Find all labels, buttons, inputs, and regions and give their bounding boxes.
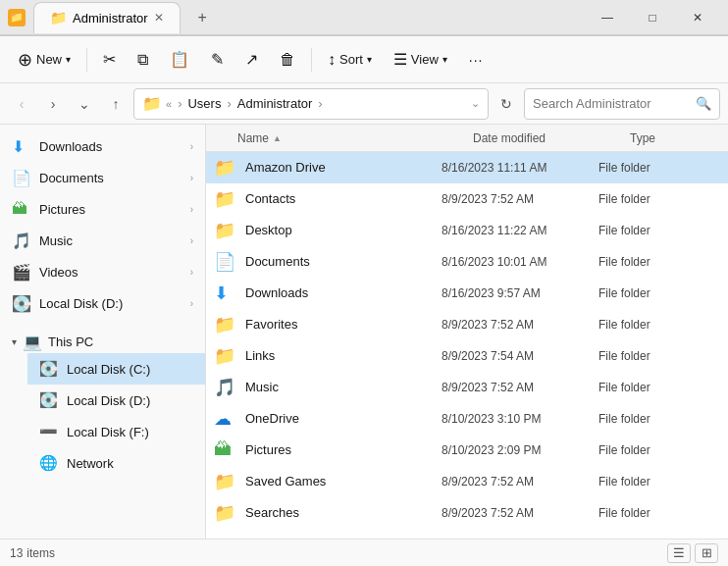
breadcrumb-sep-1: «: [166, 98, 172, 110]
cut-icon: ✂: [103, 50, 116, 69]
breadcrumb-users[interactable]: Users: [187, 96, 221, 111]
view-large-icons-button[interactable]: ⊞: [695, 543, 718, 563]
address-expand-icon[interactable]: ⌄: [471, 97, 480, 110]
status-bar: 13 items ☰ ⊞: [0, 539, 728, 566]
new-button[interactable]: ⊕ New ▾: [8, 44, 80, 76]
minimize-button[interactable]: —: [585, 0, 630, 35]
table-row[interactable]: 📄 Documents 8/16/2023 10:01 AM File fold…: [206, 246, 728, 278]
address-bar[interactable]: 📁 « › Users › Administrator › ⌄: [133, 88, 489, 120]
file-name: OneDrive: [245, 411, 442, 426]
table-row[interactable]: 🎵 Music 8/9/2023 7:52 AM File folder: [206, 372, 728, 403]
current-tab[interactable]: 📁 Administrator ✕: [33, 2, 181, 33]
file-name: Desktop: [245, 223, 442, 237]
table-row[interactable]: ⬇ Downloads 8/16/2023 9:57 AM File folde…: [206, 278, 728, 309]
search-input[interactable]: [533, 96, 692, 111]
rename-button[interactable]: ✎: [201, 45, 234, 74]
file-type: File folder: [598, 318, 697, 332]
sidebar-item-localdisk-c[interactable]: 💽 Local Disk (C:): [27, 353, 205, 385]
new-tab-button[interactable]: +: [188, 5, 217, 30]
back-button[interactable]: ‹: [8, 90, 35, 118]
table-row[interactable]: 📁 Links 8/9/2023 7:54 AM File folder: [206, 340, 728, 372]
sidebar: ⬇ Downloads › 📄 Documents › 🏔 Pictures ›…: [0, 125, 206, 539]
table-row[interactable]: 📁 Searches 8/9/2023 7:52 AM File folder: [206, 497, 728, 529]
col-date[interactable]: Date modified: [473, 131, 630, 145]
file-list: 📁 Amazon Drive 8/16/2023 11:11 AM File f…: [206, 152, 728, 539]
more-button[interactable]: ···: [459, 47, 494, 73]
new-dropdown-icon: ▾: [66, 54, 71, 65]
view-details-icon: ☰: [673, 545, 685, 560]
expand-path-button[interactable]: ⌄: [71, 90, 98, 118]
file-date: 8/9/2023 7:52 AM: [442, 475, 598, 489]
app-icon: 📁: [8, 9, 26, 26]
up-button[interactable]: ↑: [102, 90, 130, 118]
maximize-button[interactable]: □: [630, 0, 675, 35]
sidebar-item-localdisk-d[interactable]: 💽 Local Disk (D:): [27, 385, 205, 416]
videos-icon: 🎬: [12, 263, 31, 282]
share-button[interactable]: ↗: [235, 45, 268, 74]
close-button[interactable]: ✕: [675, 0, 720, 35]
file-name: Downloads: [245, 285, 442, 300]
sidebar-item-documents[interactable]: 📄 Documents ›: [0, 162, 205, 193]
file-date: 8/9/2023 7:54 AM: [442, 349, 598, 363]
view-details-button[interactable]: ☰: [667, 543, 691, 563]
file-type: File folder: [598, 224, 697, 237]
item-count: 13: [10, 546, 23, 560]
file-icon: 📁: [214, 471, 237, 492]
this-pc-icon: 💻: [23, 333, 42, 351]
col-type[interactable]: Type: [630, 131, 728, 145]
sidebar-item-videos[interactable]: 🎬 Videos ›: [0, 256, 205, 287]
rename-icon: ✎: [211, 50, 224, 69]
table-row[interactable]: 📁 Favorites 8/9/2023 7:52 AM File folder: [206, 309, 728, 340]
copy-button[interactable]: ⧉: [128, 46, 158, 74]
file-name: Links: [245, 348, 442, 363]
table-row[interactable]: ☁ OneDrive 8/10/2023 3:10 PM File folder: [206, 403, 728, 435]
sidebar-item-localdisk-f[interactable]: ➖ Local Disk (F:): [27, 416, 205, 447]
file-date: 8/16/2023 9:57 AM: [442, 286, 598, 300]
table-row[interactable]: 📁 Contacts 8/9/2023 7:52 AM File folder: [206, 183, 728, 215]
refresh-button[interactable]: ↻: [493, 90, 520, 118]
this-pc-section[interactable]: ▾ 💻 This PC: [0, 327, 205, 353]
sidebar-item-music[interactable]: 🎵 Music ›: [0, 225, 205, 256]
view-button[interactable]: ☰ View ▾: [384, 45, 457, 74]
file-date: 8/9/2023 7:52 AM: [442, 192, 598, 206]
breadcrumb-separator-1: ›: [178, 96, 182, 111]
localdisk-c-icon: 💽: [39, 360, 59, 378]
file-type: File folder: [598, 475, 697, 489]
file-icon: 📁: [214, 220, 237, 241]
downloads-icon: ⬇: [12, 137, 31, 156]
col-name[interactable]: Name ▲: [237, 131, 473, 145]
breadcrumb-administrator[interactable]: Administrator: [237, 96, 313, 111]
table-row[interactable]: 🏔 Pictures 8/10/2023 2:09 PM File folder: [206, 435, 728, 466]
view-icon: ☰: [393, 50, 407, 69]
file-icon: 📁: [214, 188, 237, 210]
file-type: File folder: [598, 349, 697, 363]
sidebar-item-network[interactable]: 🌐 Network: [27, 447, 205, 479]
this-pc-expand[interactable]: ▾: [12, 336, 17, 347]
file-name: Documents: [245, 254, 442, 269]
sidebar-item-pictures[interactable]: 🏔 Pictures ›: [0, 193, 205, 225]
file-icon: ⬇: [214, 283, 237, 304]
forward-button[interactable]: ›: [39, 90, 67, 118]
file-icon: 📁: [214, 157, 237, 179]
search-box[interactable]: 🔍: [524, 88, 720, 120]
table-row[interactable]: 📁 Saved Games 8/9/2023 7:52 AM File fold…: [206, 466, 728, 497]
tab-folder-icon: 📁: [50, 10, 67, 26]
tab-close-button[interactable]: ✕: [154, 11, 164, 25]
sort-button[interactable]: ↕ Sort ▾: [318, 46, 382, 74]
cut-button[interactable]: ✂: [93, 45, 126, 74]
file-name: Music: [245, 380, 442, 394]
localdisk-d-icon: 💽: [39, 391, 59, 409]
sidebar-item-localdisk-d-fav[interactable]: 💽 Local Disk (D:) ›: [0, 287, 205, 319]
delete-button[interactable]: 🗑: [270, 46, 305, 74]
file-date: 8/9/2023 7:52 AM: [442, 381, 598, 394]
file-date: 8/10/2023 2:09 PM: [442, 443, 598, 457]
table-row[interactable]: 📁 Desktop 8/16/2023 11:22 AM File folder: [206, 215, 728, 246]
file-type: File folder: [598, 443, 697, 457]
file-icon: ☁: [214, 408, 237, 430]
localdisk-d-fav-icon: 💽: [12, 294, 31, 313]
delete-icon: 🗑: [280, 51, 295, 69]
sidebar-item-downloads[interactable]: ⬇ Downloads ›: [0, 130, 205, 162]
table-row[interactable]: 📁 Amazon Drive 8/16/2023 11:11 AM File f…: [206, 152, 728, 183]
sort-icon: ↕: [328, 51, 336, 69]
paste-button[interactable]: 📋: [160, 45, 199, 74]
